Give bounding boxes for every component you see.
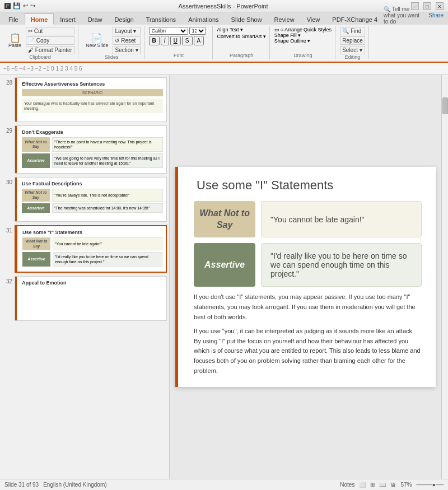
ribbon-group-slides: 📄 New Slide Layout ▾ ↺ Reset Section ▾ S…: [80, 26, 144, 59]
tab-review[interactable]: Review: [268, 13, 301, 25]
quick-access-undo[interactable]: ↩: [23, 2, 28, 10]
slide-30-assertive-label: Assertive: [22, 203, 50, 213]
zoom-slider[interactable]: ────●──: [416, 482, 444, 488]
layout-button[interactable]: Layout ▾: [113, 27, 140, 35]
select-button[interactable]: Select ▾: [340, 46, 365, 54]
new-slide-button[interactable]: 📄 New Slide: [83, 32, 111, 50]
ribbon-group-drawing: ▭ ○ Arrange Quick Styles Shape Fill ▾ Sh…: [271, 26, 335, 59]
tab-transitions[interactable]: Transitions: [140, 13, 182, 25]
italic-button[interactable]: I: [161, 36, 169, 45]
tab-pdfxchange[interactable]: PDF-XChange 4: [326, 13, 384, 25]
paste-icon: 📋: [10, 34, 21, 43]
slide-thumb-32[interactable]: Appeal to Emotion: [15, 276, 167, 321]
scroll-thumb[interactable]: [442, 97, 448, 114]
slide-item-31[interactable]: 31 Use some "I" Statements What Not to S…: [2, 225, 167, 273]
view-reading-icon[interactable]: 📖: [379, 482, 386, 488]
tell-me-input[interactable]: 🔍 Tell me what you want to do: [384, 6, 422, 25]
view-normal-icon[interactable]: ⬜: [359, 482, 366, 488]
tab-draw[interactable]: Draw: [82, 13, 109, 25]
slide-panel[interactable]: 28 Effective Assertiveness Sentences SCE…: [0, 75, 170, 479]
slide-31-left-bar: [16, 226, 17, 272]
ribbon: File Home Insert Draw Design Transitions…: [0, 12, 448, 63]
main-slide-area: Use some "I" Statements What Not to Say …: [170, 75, 441, 479]
strikethrough-button[interactable]: S: [182, 36, 193, 45]
slide-29-wns-card: What Not to Say "There is no point to ha…: [22, 137, 163, 152]
vertical-scrollbar[interactable]: [441, 75, 448, 479]
tab-insert[interactable]: Insert: [54, 13, 82, 25]
share-button[interactable]: Share: [428, 12, 444, 18]
arrange-button[interactable]: Arrange: [284, 27, 302, 32]
main-wns-card: What Not to Say "You cannot be late agai…: [194, 201, 422, 238]
main-slide[interactable]: Use some "I" Statements What Not to Say …: [175, 167, 436, 387]
cut-button[interactable]: ✂ Cut: [26, 27, 74, 35]
app-icon: 🅿: [4, 3, 11, 10]
window-title: AssertivenessSkills - PowerPoint: [178, 3, 268, 10]
align-text-button[interactable]: Align Text ▾: [217, 27, 266, 32]
slide-28-title: Effective Assertiveness Sentences: [22, 81, 163, 87]
font-family-select[interactable]: Calibri: [149, 27, 188, 35]
slides-label: Slides: [83, 54, 141, 60]
slide-number-32: 32: [2, 278, 12, 284]
slide-31-assertive-text: "I'd really like you to be here on time …: [53, 252, 162, 267]
shape-outline-button[interactable]: Shape Outline ▾: [274, 38, 311, 44]
main-assertive-label: Assertive: [194, 243, 255, 287]
view-slide-sorter-icon[interactable]: ⊞: [370, 482, 375, 488]
slide-31-assertive-card: Assertive "I'd really like you to be her…: [22, 252, 162, 267]
font-size-select[interactable]: 12: [189, 27, 206, 35]
language-info: English (United Kingdom): [43, 482, 106, 488]
notes-button[interactable]: Notes: [340, 482, 354, 488]
zoom-level: 57%: [400, 482, 412, 488]
slide-28-scenario-text: Your colleague who is habitually late ha…: [22, 99, 163, 113]
paste-button[interactable]: 📋 Paste: [6, 32, 24, 50]
quick-access-redo[interactable]: ↪: [30, 2, 35, 10]
ribbon-group-clipboard: 📋 Paste ✂ Cut 📄 Copy 🖌 Format Painter Cl…: [2, 26, 78, 59]
tab-slideshow[interactable]: Slide Show: [225, 13, 268, 25]
quick-styles-button[interactable]: Quick Styles: [304, 27, 332, 32]
slide-31-wns-label: What Not to Say: [22, 237, 50, 250]
slide-thumb-31[interactable]: Use some "I" Statements What Not to Say …: [15, 225, 167, 273]
drawing-label: Drawing: [274, 53, 332, 58]
slide-31-content: Use some "I" Statements What Not to Say …: [22, 230, 162, 267]
ribbon-group-paragraph: Align Text ▾ Convert to SmartArt ▾ Parag…: [214, 26, 270, 59]
convert-smartart-button[interactable]: Convert to SmartArt ▾: [217, 34, 266, 39]
tab-file[interactable]: File: [2, 13, 25, 25]
bold-button[interactable]: B: [149, 36, 160, 45]
reset-button[interactable]: ↺ Reset: [113, 36, 140, 45]
slide-number-30: 30: [2, 179, 12, 185]
underline-button[interactable]: U: [170, 36, 181, 45]
replace-button[interactable]: Replace: [340, 36, 365, 45]
slide-thumb-30[interactable]: Use Factual Descriptions What Not to Say…: [15, 177, 167, 222]
font-label: Font: [149, 53, 209, 58]
section-button[interactable]: Section ▾: [113, 46, 140, 54]
ribbon-content: 📋 Paste ✂ Cut 📄 Copy 🖌 Format Painter Cl…: [0, 25, 448, 63]
text-shadow-button[interactable]: A: [194, 36, 204, 45]
slide-item-30[interactable]: 30 Use Factual Descriptions What Not to …: [2, 177, 167, 222]
shape-square-icon[interactable]: ▭: [274, 27, 279, 32]
ribbon-tabs: File Home Insert Draw Design Transitions…: [0, 12, 448, 25]
slide-29-assertive-label: Assertive: [22, 153, 50, 168]
slide-thumb-28[interactable]: Effective Assertiveness Sentences SCENAR…: [15, 77, 167, 122]
tab-design[interactable]: Design: [108, 13, 139, 25]
tab-home[interactable]: Home: [25, 13, 54, 25]
tab-animations[interactable]: Animations: [182, 13, 225, 25]
bottom-text-2: If you use "you", it can be interpreted …: [194, 326, 422, 376]
slide-29-assertive-card: Assertive "We are going to have very lit…: [22, 153, 163, 168]
title-bar: 🅿 💾 ↩ ↪ AssertivenessSkills - PowerPoint…: [0, 0, 448, 12]
title-bar-left: 🅿 💾 ↩ ↪: [4, 2, 35, 10]
slide-30-wns-label: What Not to Say: [22, 189, 50, 202]
tab-view[interactable]: View: [301, 13, 326, 25]
main-wns-label: What Not to Say: [194, 201, 255, 238]
slide-item-28[interactable]: 28 Effective Assertiveness Sentences SCE…: [2, 77, 167, 122]
copy-button[interactable]: 📄 Copy: [26, 36, 74, 45]
format-painter-button[interactable]: 🖌 Format Painter: [26, 46, 74, 54]
slide-thumb-29[interactable]: Don't Exaggerate What Not to Say "There …: [15, 125, 167, 174]
slide-viewport[interactable]: Use some "I" Statements What Not to Say …: [170, 75, 441, 479]
view-presenter-icon[interactable]: 🖥: [390, 482, 396, 488]
slide-item-32[interactable]: 32 Appeal to Emotion: [2, 276, 167, 321]
slide-item-29[interactable]: 29 Don't Exaggerate What Not to Say "The…: [2, 125, 167, 174]
bottom-text-1: If you don't use "I" statements, you may…: [194, 292, 422, 322]
find-button[interactable]: 🔍 Find: [340, 27, 365, 35]
quick-access-save[interactable]: 💾: [13, 2, 21, 10]
shape-fill-button[interactable]: Shape Fill ▾: [274, 32, 301, 38]
shape-circle-icon[interactable]: ○: [281, 27, 283, 32]
